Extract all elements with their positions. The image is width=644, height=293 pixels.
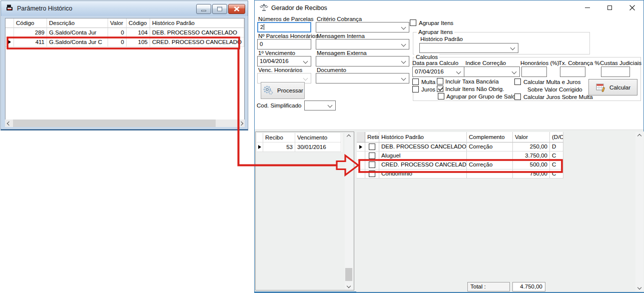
cell-dc[interactable]: C [550,152,563,160]
calcular-multa-juros-checkbox[interactable] [514,78,521,85]
cell-valor[interactable]: 250,00 [513,142,550,152]
cell-codigo2[interactable]: 105 [127,38,150,47]
cell-historico[interactable]: DEB. PROCESSO CANCELADO [150,28,244,38]
cell-historico[interactable]: Condomínio [379,170,467,178]
close-button[interactable] [621,0,643,15]
scroll-left-button[interactable] [5,120,13,127]
scroll-right-button[interactable] [237,120,245,127]
cell-descricao[interactable]: G.Saldo/Conta Jur C [47,38,108,47]
minimize-button[interactable] [196,4,211,14]
cell-descricao[interactable]: G.Saldo/Conta Jur [47,28,108,38]
cell-dc[interactable]: C [550,160,563,170]
cod-simplificado-combobox[interactable] [304,100,336,110]
retirar-checkbox[interactable] [369,144,375,150]
agrupar-grupo-saldo-checkbox[interactable] [438,93,444,100]
column-header[interactable]: Histórico Padrão [150,18,244,28]
maximize-button[interactable] [212,4,227,14]
cell-codigo[interactable]: 289 [14,28,47,38]
retirar-cell [365,160,379,170]
incluir-taxa-bancaria-checkbox[interactable] [437,78,443,84]
multa-checkbox[interactable] [412,78,419,85]
cell-complemento[interactable]: Correção [467,160,513,170]
cell-historico[interactable]: DEB. PROCESSO CANCELADO [379,142,467,152]
data-calculo-combobox[interactable]: 07/04/2016 [412,66,464,77]
retirar-checkbox[interactable] [369,152,375,159]
vencimento-combobox[interactable]: 10/04/2016 [257,56,311,66]
group-historico-padrao-combobox[interactable] [419,43,518,53]
cell-complemento[interactable] [467,170,513,178]
vertical-scrollbar[interactable] [345,132,353,290]
cell-historico[interactable]: Aluguel [379,152,467,160]
minimize-button[interactable] [576,0,598,15]
close-button[interactable] [228,4,245,14]
processar-button[interactable]: Processar [261,82,305,99]
parcelas-honorarios-input[interactable]: 0 [257,39,311,50]
scroll-down-button[interactable] [345,282,352,290]
calcular-button[interactable]: Calcular [588,79,637,96]
cell-recibo[interactable]: 53 [263,142,295,152]
column-header[interactable]: Histórico Padrão [379,132,467,142]
scroll-up-button[interactable] [345,132,352,140]
current-row-marker [258,145,261,149]
retirar-checkbox[interactable] [369,162,375,168]
column-header[interactable]: Valor [108,18,127,28]
cell-valor[interactable]: 0 [108,28,127,38]
maximize-button[interactable] [598,0,621,15]
criterio-cobranca-combobox[interactable] [316,22,409,32]
honorarios-input[interactable] [521,66,547,77]
cell-valor[interactable]: 750,00 [513,170,550,178]
cell-codigo[interactable]: 411 [14,38,47,47]
scroll-down-button[interactable] [635,284,643,291]
custas-judiciais-input[interactable] [601,66,630,77]
mensagem-interna-combobox[interactable] [316,39,409,50]
window-title-bar[interactable]: Parâmetro Histórico [1,1,248,16]
horizontal-scrollbar[interactable] [5,120,245,127]
tx-cobranca-input[interactable] [560,66,585,77]
cell-dc[interactable]: D [550,142,563,152]
cell-valor[interactable]: 0 [108,38,127,47]
retirar-checkbox[interactable] [369,170,375,177]
cell-dc[interactable]: C [550,170,563,178]
agrupar-itens-checkbox-label: Agrupar Itens [419,20,453,26]
cell-vencimento[interactable]: 30/01/2016 [295,142,341,152]
spreadsheet-pencil-icon [595,82,606,92]
window-title-bar[interactable]: Gerador de Recibos [255,0,643,15]
vertical-scrollbar[interactable] [635,132,643,291]
column-header[interactable]: Valor [513,132,550,142]
agrupar-itens-checkbox[interactable] [410,20,416,26]
grid-corner-cell [357,132,365,142]
cell-codigo2[interactable]: 104 [127,28,150,38]
parametro-historico-window: Parâmetro Histórico Código Descrição Val… [1,0,248,130]
column-header[interactable]: Retirar [365,132,379,142]
total-label-box: Total : [467,282,510,292]
scrollbar-thumb[interactable] [345,268,352,281]
column-header[interactable]: (D/C) [550,132,563,142]
cell-historico[interactable]: CRED. PROCESSO CANCELADO [150,38,244,47]
numeros-parcelas-input[interactable]: 2 [257,22,311,32]
minimize-icon [201,10,206,12]
column-header[interactable]: Complemento [467,132,513,142]
column-header[interactable]: Descrição [47,18,108,28]
documento-combobox[interactable] [316,73,409,84]
column-header[interactable]: Código [14,18,47,28]
scroll-up-button[interactable] [635,132,643,140]
cell-complemento[interactable]: Correção [467,142,513,152]
maximize-icon [217,7,222,12]
incluir-itens-nao-obrig-checkbox[interactable] [437,86,443,92]
cell-complemento[interactable] [467,152,513,160]
column-header[interactable]: Vencimento [295,133,341,142]
scroll-down-icon [346,284,350,288]
column-header[interactable]: Código [127,18,150,28]
mensagem-externa-combobox[interactable] [316,56,409,66]
indice-correcao-combobox[interactable] [464,66,520,77]
row-marker-cell [257,142,263,152]
scrollbar-thumb[interactable] [13,120,216,127]
cell-valor[interactable]: 3.750,00 [513,152,550,160]
calcular-juros-multa-checkbox[interactable] [514,94,521,100]
total-value-box: 4.750,00 [512,282,545,292]
cell-historico[interactable]: CRED. PROCESSO CANCELADO [379,160,467,170]
chevron-down-icon [510,46,515,50]
juros-checkbox[interactable] [412,86,419,92]
cell-valor[interactable]: 500,00 [513,160,550,170]
column-header[interactable]: Recibo [263,133,295,142]
